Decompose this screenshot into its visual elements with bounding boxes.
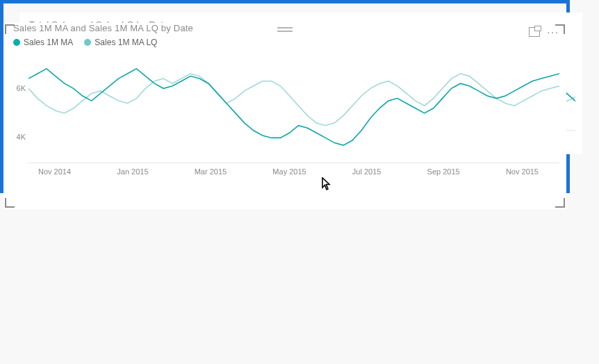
plot-area[interactable]: 6K 4K [28, 51, 559, 163]
y-tick: 4K [5, 133, 26, 141]
legend-item-sales-1m-ma[interactable]: Sales 1M MA [13, 38, 73, 47]
x-tick: May 2015 [272, 167, 306, 176]
x-tick: Nov 2015 [506, 167, 539, 176]
legend-label: Sales 1M MA [24, 38, 73, 47]
resize-handle-icon[interactable] [5, 198, 15, 208]
legend-item-sales-1m-ma-lq[interactable]: Sales 1M MA LQ [84, 38, 157, 47]
x-axis: Nov 2014 Jan 2015 Mar 2015 May 2015 Jul … [38, 167, 539, 176]
legend: Sales 1M MA Sales 1M MA LQ [13, 38, 566, 47]
x-tick: Jan 2015 [117, 167, 148, 176]
x-tick: Nov 2014 [38, 167, 71, 176]
legend-swatch-icon [84, 39, 91, 46]
visual-toolbar: ··· [529, 27, 559, 37]
legend-swatch-icon [13, 39, 20, 46]
resize-handle-icon[interactable] [5, 24, 15, 34]
more-options-icon[interactable]: ··· [547, 28, 559, 35]
legend-label: Sales 1M MA LQ [95, 38, 157, 47]
y-tick: 6K [5, 85, 26, 92]
series-line-sales-1m-ma [28, 69, 559, 145]
focus-mode-icon[interactable] [529, 27, 540, 37]
chart-panel-bottom-selected[interactable]: ··· Sales 1M MA and Sales 1M MA LQ by Da… [0, 0, 570, 193]
line-chart-svg [28, 51, 559, 163]
x-tick: Jul 2015 [352, 167, 381, 176]
x-tick: Sep 2015 [427, 167, 460, 176]
series-line-sales-1m-ma-lq [28, 74, 559, 126]
drag-grip-icon[interactable] [277, 27, 293, 32]
x-tick: Mar 2015 [195, 167, 227, 176]
resize-handle-icon[interactable] [555, 198, 565, 208]
